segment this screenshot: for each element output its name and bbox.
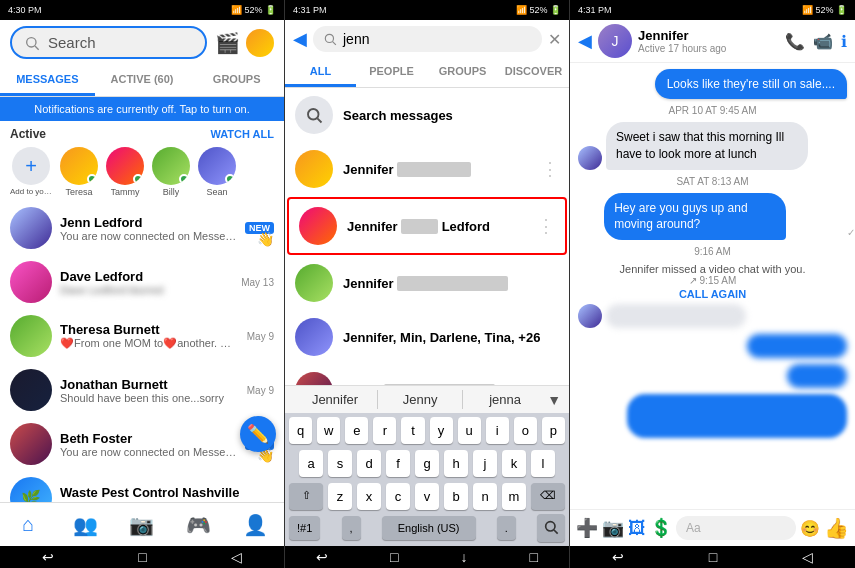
key-b[interactable]: b (444, 483, 468, 510)
key-d[interactable]: d (357, 450, 381, 477)
key-s[interactable]: s (328, 450, 352, 477)
tab-messages[interactable]: MESSAGES (0, 65, 95, 96)
key-x[interactable]: x (357, 483, 381, 510)
list-item[interactable]: Jenny ████████████ (285, 364, 569, 385)
notification-bar[interactable]: Notifications are currently off. Tap to … (0, 97, 284, 121)
back-button-2[interactable]: ◀ (293, 28, 307, 50)
key-n[interactable]: n (473, 483, 497, 510)
key-z[interactable]: z (328, 483, 352, 510)
more-icon-2[interactable]: ⋮ (537, 215, 555, 237)
key-delete[interactable]: ⌫ (531, 483, 565, 510)
tab-groups[interactable]: GROUPS (189, 65, 284, 96)
list-item[interactable]: 🌿 Waste Pest Control Nashville Sign up a… (0, 471, 284, 502)
sys-recents-2[interactable]: □ (530, 549, 538, 565)
list-item[interactable]: Dave Ledford Dave Ledford blurred May 13 (0, 255, 284, 309)
sys-back-1[interactable]: ↩ (42, 549, 54, 565)
sugg-jenna[interactable]: jenna (463, 390, 547, 409)
key-shift[interactable]: ⇧ (289, 483, 323, 510)
list-item[interactable]: Jennifer ████████ ⋮ (285, 142, 569, 196)
call-again-btn[interactable]: CALL AGAIN (679, 288, 746, 300)
list-item[interactable]: Theresa Burnett ❤️From one MOM to❤️anoth… (0, 309, 284, 363)
sys-back-3[interactable]: ↩ (612, 549, 624, 565)
key-comma[interactable]: , (342, 516, 361, 540)
key-r[interactable]: r (373, 417, 396, 444)
tab-active[interactable]: ACTIVE (60) (95, 65, 190, 96)
key-h[interactable]: h (444, 450, 468, 477)
key-y[interactable]: y (430, 417, 453, 444)
suggestions-dropdown-icon[interactable]: ▼ (547, 392, 561, 408)
sys-home-1[interactable]: □ (138, 549, 146, 565)
add-day-btn[interactable]: + (12, 147, 50, 185)
sys-back-2[interactable]: ↩ (316, 549, 328, 565)
active-user-4[interactable]: Sean (198, 147, 236, 197)
key-p[interactable]: p (542, 417, 565, 444)
nav-people[interactable]: 👥 (65, 507, 105, 543)
emoji-icon[interactable]: 😊 (800, 519, 820, 538)
key-k[interactable]: k (502, 450, 526, 477)
key-language[interactable]: English (US) (382, 516, 476, 540)
message-input[interactable]: Aa (676, 516, 796, 540)
key-f[interactable]: f (386, 450, 410, 477)
list-item[interactable]: Jennifer, Min, Darlene, Tina, +26 (285, 310, 569, 364)
list-item[interactable]: Jenn Ledford You are now connected on Me… (0, 201, 284, 255)
sys-down-2[interactable]: ↓ (461, 549, 468, 565)
ftab-discover[interactable]: DISCOVER (498, 58, 569, 87)
chat-mic-icon[interactable]: 💲 (650, 517, 672, 539)
key-a[interactable]: a (299, 450, 323, 477)
key-period[interactable]: . (497, 516, 516, 540)
key-t[interactable]: t (401, 417, 424, 444)
key-symbols[interactable]: !#1 (289, 516, 320, 540)
sugg-jennifer[interactable]: Jennifer (293, 390, 377, 409)
like-icon[interactable]: 👍 (824, 516, 849, 540)
list-item[interactable]: Jennifer ████████████ (285, 256, 569, 310)
nav-home[interactable]: ⌂ (8, 507, 48, 543)
chat-add-icon[interactable]: ➕ (576, 517, 598, 539)
active-user-2[interactable]: Tammy (106, 147, 144, 197)
key-u[interactable]: u (458, 417, 481, 444)
key-search-enter[interactable] (537, 514, 565, 542)
key-l[interactable]: l (531, 450, 555, 477)
list-item[interactable]: Jennifer ████ Ledford ⋮ (287, 197, 567, 255)
sys-home-3[interactable]: □ (709, 549, 717, 565)
key-g[interactable]: g (415, 450, 439, 477)
nav-profile[interactable]: 👤 (236, 507, 276, 543)
video-icon[interactable]: 📹 (813, 32, 833, 51)
user-avatar-1[interactable] (246, 29, 274, 57)
clear-search-btn[interactable]: ✕ (548, 30, 561, 49)
watch-all-btn[interactable]: WATCH ALL (210, 128, 274, 140)
key-v[interactable]: v (415, 483, 439, 510)
sys-recents-1[interactable]: ◁ (231, 549, 242, 565)
list-item[interactable]: Jonathan Burnett Should have been this o… (0, 363, 284, 417)
list-item[interactable]: Search messages (285, 88, 569, 142)
search-input-wrap[interactable]: Search (10, 26, 207, 59)
key-q[interactable]: q (289, 417, 312, 444)
chat-gallery-icon[interactable]: 🖼 (628, 518, 646, 539)
info-icon[interactable]: ℹ (841, 32, 847, 51)
key-o[interactable]: o (514, 417, 537, 444)
chat-camera-icon[interactable]: 📷 (602, 517, 624, 539)
key-w[interactable]: w (317, 417, 340, 444)
ftab-people[interactable]: PEOPLE (356, 58, 427, 87)
key-m[interactable]: m (502, 483, 526, 510)
sys-home-2[interactable]: □ (390, 549, 398, 565)
chat-back-btn[interactable]: ◀ (578, 30, 592, 52)
more-icon-1[interactable]: ⋮ (541, 158, 559, 180)
call-icon[interactable]: 📞 (785, 32, 805, 51)
key-i[interactable]: i (486, 417, 509, 444)
active-user-1[interactable]: Teresa (60, 147, 98, 197)
key-j[interactable]: j (473, 450, 497, 477)
add-day-wrap[interactable]: + Add to your day (10, 147, 52, 197)
key-c[interactable]: c (386, 483, 410, 510)
search-input-2[interactable]: jenn (313, 26, 542, 52)
sys-recents-3[interactable]: ◁ (802, 549, 813, 565)
active-user-3[interactable]: Billy (152, 147, 190, 197)
chat-avatar[interactable]: J (598, 24, 632, 58)
nav-games[interactable]: 🎮 (179, 507, 219, 543)
video-icon-1[interactable]: 🎬 (215, 31, 240, 55)
compose-fab[interactable]: ✏️ (240, 416, 276, 452)
ftab-groups[interactable]: GROUPS (427, 58, 498, 87)
key-e[interactable]: e (345, 417, 368, 444)
sugg-jenny[interactable]: Jenny (377, 390, 463, 409)
ftab-all[interactable]: ALL (285, 58, 356, 87)
nav-camera[interactable]: 📷 (122, 507, 162, 543)
